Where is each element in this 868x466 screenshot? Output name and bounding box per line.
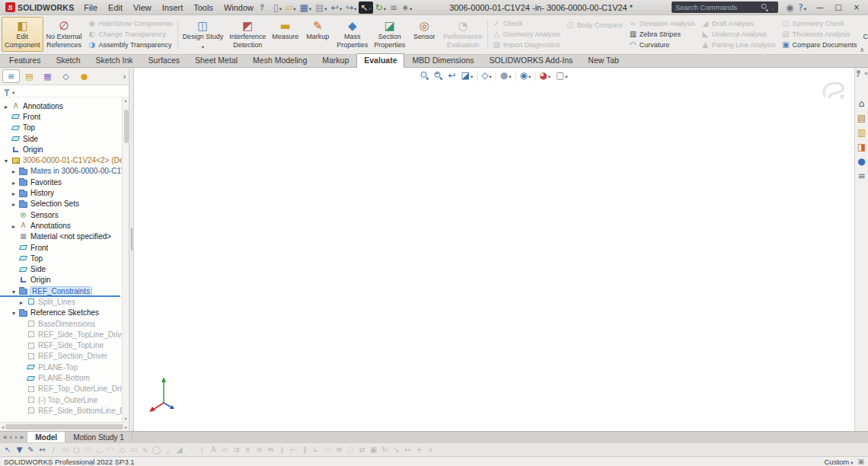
vertical-scroll-thumb[interactable] [124,110,129,143]
tree-item[interactable]: Mates in 3006-0000-00-C1V24 [0,166,122,177]
custom-properties-tab[interactable]: ≡ [856,170,868,182]
maximize-button[interactable]: □ [829,1,847,14]
featuremanager-tab[interactable]: ≡ [2,69,20,83]
tab-mesh-modeling[interactable]: Mesh Modeling [245,53,314,67]
tree-item[interactable]: Front [0,242,122,253]
select-tool-button[interactable]: ↖ [2,444,14,455]
search-box[interactable] [672,2,778,13]
collapse-ribbon-icon[interactable]: ∧ [860,47,864,53]
first-study-icon[interactable]: « [3,434,8,441]
print-button[interactable]: ▤ [314,2,329,14]
markup-button[interactable]: ✎Markup [302,17,333,52]
caret-down-icon[interactable] [12,87,14,96]
tree-item[interactable]: Origin [0,144,122,155]
unit-system-selector[interactable]: Custom [824,458,853,466]
mass-properties-button[interactable]: ◆Mass Properties [333,17,371,52]
tree-item[interactable]: Side [0,133,122,144]
displaymanager-tab[interactable]: ● [75,69,93,83]
graphics-area[interactable]: +↩◪◇●◉◕▢ [134,68,854,431]
view-palette-tab[interactable]: ◨ [856,141,868,153]
expand-icon[interactable] [10,167,18,175]
expand-icon[interactable] [10,199,18,208]
sketch-tool-button[interactable]: ✎ [25,444,37,455]
compare-documents-button[interactable]: ▣Compare Documents [780,40,858,50]
tab-sheet-metal[interactable]: Sheet Metal [187,53,245,67]
zebra-stripes-button[interactable]: ▥Zebra Stripes [627,30,697,40]
collapse-icon[interactable] [2,156,10,164]
tree-item[interactable]: Top [0,253,122,263]
selection-filter-button[interactable]: ▼ [14,444,25,455]
display-style-button[interactable]: ● [498,70,514,81]
file-properties-button[interactable]: ≡ [388,2,399,14]
tree-item[interactable]: AAnnotations [0,220,122,231]
tab-model[interactable]: Model [27,432,65,442]
taskpane-pin-icon[interactable] [855,69,862,78]
undo-button[interactable]: ↩ [330,2,343,14]
tree-item[interactable]: Side [0,263,122,274]
menu-edit[interactable]: Edit [103,1,128,14]
hide-show-items-button[interactable]: ◉ [517,70,533,81]
smart-dimension-button[interactable]: ↔ [37,444,48,455]
tree-item[interactable]: ▦Material <not specified> [0,231,122,242]
tree-item[interactable]: Selection Sets [0,199,122,209]
tree-item[interactable]: Reference Sketches [0,308,122,318]
tab-mbd-dimensions[interactable]: MBD Dimensions [404,53,481,67]
tree-item[interactable]: Origin [0,275,122,286]
menu-window[interactable]: Window [219,1,259,14]
filter-icon[interactable] [4,89,10,94]
design-study-button[interactable]: ◫Design Study [180,17,227,52]
tab-markup[interactable]: Markup [314,53,356,67]
select-button[interactable]: ↖ [359,2,372,14]
tab-surfaces[interactable]: Surfaces [141,53,187,67]
tree-item[interactable]: AAnnotations [0,101,122,111]
tree-item[interactable]: PLANE-Top [0,362,122,372]
tree-item[interactable]: REF_Side_TopLine [0,340,122,351]
tree-item[interactable]: Front [0,111,122,122]
measure-button[interactable]: ▬Measure [269,17,302,52]
search-input[interactable] [675,3,758,11]
tree-horizontal-scrollbar[interactable] [0,422,129,431]
tree-item[interactable]: History [0,187,122,198]
propertymanager-tab[interactable]: ▤ [21,69,38,83]
pin-icon[interactable] [259,3,266,11]
menu-insert[interactable]: Insert [157,1,189,14]
caret-down-icon[interactable] [772,3,774,12]
tree-item[interactable]: (-) Top_OuterLine [0,394,122,405]
edit-appearance-button[interactable]: ◕ [537,70,553,81]
horizontal-scroll-thumb[interactable] [5,424,123,429]
menu-tools[interactable]: Tools [188,1,219,14]
zoom-to-fit-button[interactable] [418,71,431,81]
tree-item[interactable]: BaseDimensions [0,318,122,329]
next-study-icon[interactable]: › [14,434,18,441]
no-external-references-button[interactable]: ∅No External References [43,17,85,52]
user-button[interactable]: ◉ [786,3,793,12]
previous-study-icon[interactable]: ‹ [10,434,13,441]
expand-icon[interactable] [10,189,18,197]
tree-item[interactable]: Split_Lines [0,296,122,307]
tab-evaluate[interactable]: Evaluate [356,53,404,68]
tree-item[interactable]: REF_Section_Driver [0,351,122,362]
last-study-icon[interactable]: » [20,434,24,441]
tab-sketch[interactable]: Sketch [48,53,88,67]
help-button[interactable]: ? [798,3,806,12]
section-properties-button[interactable]: ◪Section Properties [371,17,408,52]
assembly-transparency-button[interactable]: ◑Assembly Transparency [87,40,174,50]
tree-item[interactable]: Favorites [0,177,122,187]
open-button[interactable]: ▱ [284,2,298,14]
tree-item[interactable]: ◎Sensors [0,209,122,220]
collapse-icon[interactable] [10,287,18,295]
view-settings-button[interactable]: ▢ [554,70,570,81]
scroll-left-icon[interactable] [2,425,4,429]
tree-item[interactable]: REF_Constraints [0,286,122,296]
tab-features[interactable]: Features [2,53,48,67]
search-icon[interactable] [761,4,767,11]
status-tray-icon[interactable]: ▣ [857,458,864,465]
redo-button[interactable]: ↪ [344,2,358,14]
tab-solidworks-add-ins[interactable]: SOLIDWORKS Add-Ins [482,53,581,67]
tree-item[interactable]: 3006-0000-01-C1V24<2> (Default [0,155,122,165]
expand-icon[interactable] [18,298,25,306]
section-view-button[interactable]: ◪ [459,70,476,81]
taskpane-collapse-icon[interactable]: « [864,69,868,78]
minimize-button[interactable]: — [811,1,829,14]
appearances-tab[interactable]: ● [856,155,868,168]
